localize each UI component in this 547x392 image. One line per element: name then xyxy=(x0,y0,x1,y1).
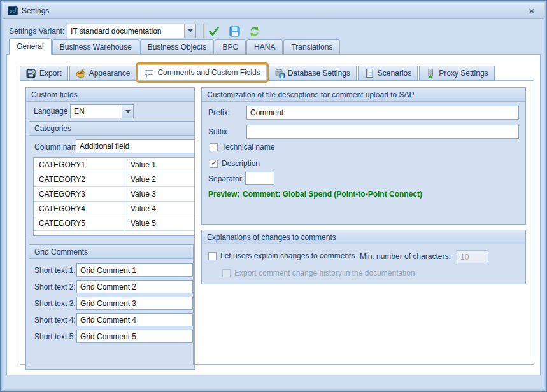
table-row[interactable]: CATEGORY1 Value 1 xyxy=(34,158,194,172)
chevron-down-icon[interactable] xyxy=(122,105,133,118)
export-history-checkbox[interactable] xyxy=(222,269,231,277)
short-text-4-input[interactable] xyxy=(76,313,193,326)
category-cell: CATEGORY4 xyxy=(34,202,125,216)
app-logo-icon: cd xyxy=(8,6,18,16)
general-tab-panel: Export Appearance xyxy=(6,54,541,375)
min-characters-label: Min. number of characters: xyxy=(360,252,451,261)
short-text-1-input[interactable] xyxy=(76,263,193,277)
database-icon xyxy=(274,68,285,78)
let-users-explain-checkbox[interactable] xyxy=(208,252,217,260)
short-text-3-input[interactable] xyxy=(76,297,193,310)
category-cell: CATEGORY3 xyxy=(34,187,125,201)
value-cell: Value 2 xyxy=(125,172,194,186)
category-cell: CATEGORY1 xyxy=(34,158,125,172)
custom-fields-title: Custom fields xyxy=(26,88,194,102)
tab-business-warehouse[interactable]: Business Warehouse xyxy=(52,39,139,55)
explanations-title: Explanations of changes to comments xyxy=(202,230,525,244)
table-row[interactable]: CATEGORY3 Value 3 xyxy=(34,187,194,202)
column-name-input[interactable] xyxy=(76,139,195,153)
categories-group: Categories Column name: CATEGORY1 Value … xyxy=(29,121,195,239)
categories-table[interactable]: CATEGORY1 Value 1 CATEGORY2 Value 2 CATE… xyxy=(33,157,195,236)
language-value: EN xyxy=(71,107,122,116)
tab-business-objects[interactable]: Business Objects xyxy=(140,39,215,55)
main-tab-bar: General Business Warehouse Business Obje… xyxy=(9,39,341,55)
short-text-5-label: Short text 5: xyxy=(34,332,76,341)
dialog-body: Settings Variant: IT standard documentat… xyxy=(3,18,544,389)
window-title: Settings xyxy=(22,6,49,15)
file-descriptions-group: Customization of file descriptions for c… xyxy=(201,87,526,225)
tab-export[interactable]: Export xyxy=(20,66,68,81)
value-cell: Value 3 xyxy=(125,187,194,201)
let-users-explain-label: Let users explain changes to comments xyxy=(220,251,355,260)
comments-custom-fields-panel: Custom fields Language EN Categories Col… xyxy=(20,80,534,365)
chevron-down-icon[interactable] xyxy=(184,24,195,38)
apply-check-icon xyxy=(208,25,220,37)
appearance-icon xyxy=(76,68,86,78)
language-label: Language xyxy=(34,107,67,116)
suffix-label: Suffix: xyxy=(208,127,229,136)
short-text-5-input[interactable] xyxy=(76,330,193,343)
sub-tab-bar: Export Appearance xyxy=(20,64,496,81)
description-label: Description xyxy=(222,159,260,168)
category-cell: CATEGORY5 xyxy=(34,216,125,230)
table-row[interactable]: CATEGORY5 Value 5 xyxy=(34,216,194,231)
grid-comments-group: Grid Comments Short text 1: Short text 2… xyxy=(29,244,194,365)
save-button[interactable] xyxy=(227,24,241,38)
preview-label: Preview: xyxy=(208,190,239,199)
preview-value: Comment: Global Spend (Point-to-Point Co… xyxy=(243,190,422,199)
category-cell: CATEGORY2 xyxy=(34,172,125,186)
value-cell: Value 4 xyxy=(125,202,194,216)
refresh-button[interactable] xyxy=(247,24,261,38)
comments-icon xyxy=(144,67,154,78)
close-icon[interactable]: ✕ xyxy=(526,5,537,17)
proxy-icon xyxy=(425,68,436,78)
short-text-1-label: Short text 1: xyxy=(34,266,76,275)
titlebar[interactable]: cd Settings ✕ xyxy=(3,3,544,18)
tab-bpc[interactable]: BPC xyxy=(215,39,246,55)
export-history-label: Export comment change history in the doc… xyxy=(234,269,415,277)
custom-fields-group: Custom fields Language EN Categories Col… xyxy=(25,87,195,370)
separator-label: Separator: xyxy=(208,174,244,183)
apply-button[interactable] xyxy=(207,24,221,38)
language-combo[interactable]: EN xyxy=(70,104,134,118)
tab-comments-and-custom-fields[interactable]: Comments and Custom Fields xyxy=(138,64,266,81)
toolbar-separator xyxy=(203,24,204,38)
table-row[interactable]: CATEGORY4 Value 4 xyxy=(34,202,194,216)
save-icon xyxy=(229,26,240,37)
short-text-2-input[interactable] xyxy=(76,280,193,293)
suffix-input[interactable] xyxy=(246,125,519,139)
tab-proxy-settings[interactable]: Proxy Settings xyxy=(419,66,494,81)
grid-comments-title: Grid Comments xyxy=(29,245,193,259)
value-cell: Value 5 xyxy=(125,216,194,230)
tab-scenarios[interactable]: Scenarios xyxy=(358,66,418,81)
value-cell: Value 1 xyxy=(125,158,194,172)
settings-variant-label: Settings Variant: xyxy=(9,27,64,36)
file-descriptions-title: Customization of file descriptions for c… xyxy=(202,88,525,102)
description-checkbox[interactable] xyxy=(210,160,218,168)
tab-database-settings[interactable]: Database Settings xyxy=(268,66,357,81)
min-characters-input[interactable] xyxy=(457,250,488,263)
svg-text:cd: cd xyxy=(10,8,17,14)
scenarios-icon xyxy=(364,68,374,78)
settings-window: cd Settings ✕ Settings Variant: IT stand… xyxy=(0,0,547,392)
settings-variant-combo[interactable]: IT standard documentation xyxy=(67,24,196,38)
categories-title: Categories xyxy=(29,122,195,136)
technical-name-label: Technical name xyxy=(222,143,274,151)
short-text-4-label: Short text 4: xyxy=(34,316,76,325)
separator-input[interactable] xyxy=(245,172,274,185)
tab-hana[interactable]: HANA xyxy=(246,39,283,55)
settings-variant-value: IT standard documentation xyxy=(67,27,184,36)
table-row[interactable]: CATEGORY2 Value 2 xyxy=(34,172,194,187)
tab-general[interactable]: General xyxy=(9,38,52,55)
tab-appearance[interactable]: Appearance xyxy=(69,66,137,81)
tab-translations[interactable]: Translations xyxy=(283,39,340,55)
short-text-2-label: Short text 2: xyxy=(34,283,76,291)
technical-name-checkbox[interactable] xyxy=(210,143,218,151)
short-text-3-label: Short text 3: xyxy=(34,299,76,308)
explanations-group: Explanations of changes to comments Let … xyxy=(201,230,526,284)
prefix-label: Prefix: xyxy=(208,108,230,117)
refresh-icon xyxy=(249,26,260,37)
export-icon xyxy=(26,68,36,78)
prefix-input[interactable] xyxy=(246,106,519,120)
